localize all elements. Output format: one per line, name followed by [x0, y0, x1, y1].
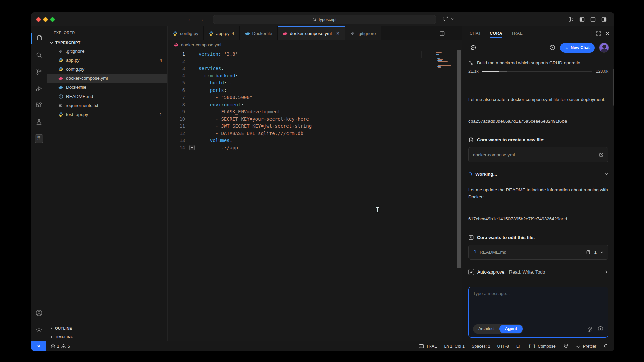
cursor-position[interactable]: Ln 1, Col 1 [444, 344, 465, 349]
chat-panel-tab-cora[interactable]: CORA [490, 26, 502, 40]
mode-architect[interactable]: Architect [474, 325, 499, 333]
mode-agent[interactable]: Agent [499, 325, 523, 333]
chevron-down-icon[interactable] [604, 172, 608, 176]
breadcrumb[interactable]: docker-compose.yml [168, 40, 462, 49]
python-file-icon [58, 112, 63, 117]
double-check-icon [576, 344, 581, 348]
chevron-right-icon [50, 327, 53, 330]
run-debug-icon[interactable] [31, 80, 47, 97]
chevron-right-icon[interactable] [604, 270, 608, 274]
file-row[interactable]: README.md [47, 92, 167, 101]
translate-plugin-icon[interactable]: K2LO [31, 130, 47, 147]
project-root-folder[interactable]: TYPESCRIPT [47, 39, 167, 47]
close-tab-icon[interactable]: ✕ [336, 31, 340, 36]
stop-icon[interactable] [597, 326, 604, 332]
chevron-down-icon[interactable] [451, 17, 454, 21]
file-row[interactable]: docker-compose.yml [47, 74, 167, 83]
chevron-down-icon[interactable] [600, 250, 604, 254]
created-file-card[interactable]: docker-compose.yml [468, 147, 608, 162]
working-status[interactable]: Working... [468, 172, 608, 177]
user-avatar[interactable] [599, 43, 609, 53]
search-icon [312, 17, 317, 22]
docker-extension-icon[interactable] [563, 344, 569, 349]
file-row[interactable]: app.py4 [47, 56, 167, 65]
timeline-section[interactable]: TIMELINE [47, 333, 167, 341]
file-row[interactable]: Dockerfile [47, 83, 167, 92]
indentation[interactable]: Spaces: 2 [472, 344, 490, 349]
outline-section[interactable]: OUTLINE [47, 324, 167, 333]
editor-tab[interactable]: .gitignore [345, 26, 381, 40]
mode-toggle[interactable]: Architect Agent [473, 324, 523, 334]
python-file-icon [209, 31, 214, 36]
back-icon[interactable]: ← [187, 16, 193, 23]
toggle-bottom-panel-icon[interactable] [590, 16, 596, 22]
editor-scrollbar[interactable] [457, 50, 461, 268]
docker-compose-file-icon [174, 42, 179, 47]
close-window-button[interactable] [36, 17, 41, 22]
auto-approve-checkbox[interactable] [468, 269, 474, 275]
chat-scrollbar[interactable] [613, 69, 614, 106]
forward-icon[interactable]: → [198, 16, 204, 23]
close-panel-icon[interactable] [605, 31, 610, 36]
editor-more-actions-icon[interactable]: ··· [450, 31, 457, 36]
toggle-right-panel-icon[interactable] [601, 16, 607, 22]
code-area[interactable]: 1version: '3.8'23services:4 crm-backend:… [168, 49, 462, 341]
explorer-icon[interactable] [31, 30, 47, 47]
code-line: 10 - SECRET_KEY=your-secret-key-here [168, 116, 462, 123]
chat-panel-tab-chat[interactable]: CHAT [470, 26, 481, 40]
command-search-input[interactable]: typescript [213, 15, 436, 24]
customize-layout-icon[interactable] [568, 16, 574, 22]
problems-indicator[interactable]: 1 5 [51, 344, 70, 349]
file-name: requirements.txt [66, 103, 162, 108]
app-badge[interactable]: TRAE [419, 344, 437, 349]
file-badge: 4 [160, 58, 162, 63]
explorer-sidebar: EXPLORER ··· TYPESCRIPT .gitignoreapp.py… [47, 26, 168, 341]
toggle-left-panel-icon[interactable] [579, 16, 585, 22]
encoding[interactable]: UTF-8 [497, 344, 509, 349]
settings-gear-icon[interactable] [31, 321, 47, 338]
file-row[interactable]: requirements.txt [47, 101, 167, 110]
language-mode[interactable]: { } Compose [528, 344, 556, 349]
expand-panel-icon[interactable] [596, 31, 601, 36]
search-sidebar-icon[interactable] [31, 47, 47, 63]
open-external-icon[interactable] [599, 152, 604, 157]
chat-panel-tab-trae[interactable]: TRAE [511, 26, 523, 40]
split-editor-icon[interactable] [439, 31, 445, 36]
inline-add-icon[interactable]: + [189, 145, 195, 150]
message-input[interactable] [473, 291, 604, 324]
chat-view-toggle[interactable] [469, 40, 478, 55]
file-row[interactable]: .gitignore [47, 47, 167, 56]
editor-tab[interactable]: docker-compose.yml✕ [278, 26, 345, 40]
file-row[interactable]: config.py [47, 65, 167, 74]
editor-tabbar: config.pyapp.py4Dockerfiledocker-compose… [168, 26, 462, 40]
source-control-icon[interactable] [31, 63, 47, 80]
auto-approve-row[interactable]: Auto-approve: Read, Write, Todo [468, 269, 608, 275]
testing-icon[interactable] [31, 114, 47, 130]
error-count: 1 [57, 344, 59, 349]
remote-indicator[interactable] [31, 341, 46, 351]
new-chat-sparkle-icon[interactable] [443, 16, 449, 22]
maximize-window-button[interactable] [50, 17, 55, 22]
minimize-window-button[interactable] [43, 17, 48, 22]
editor-tab[interactable]: app.py4 [204, 26, 240, 40]
edited-file-name: README.md [480, 250, 582, 255]
python-file-icon [173, 31, 178, 36]
spinner-icon [468, 172, 472, 176]
history-icon[interactable] [549, 45, 556, 51]
message-input-box[interactable]: Architect Agent [468, 287, 608, 338]
explorer-more-icon[interactable]: ··· [156, 30, 161, 35]
chevron-down-icon [50, 41, 53, 45]
edited-file-card[interactable]: README.md 1 [468, 245, 608, 260]
account-icon[interactable] [31, 305, 47, 321]
python-file-icon [58, 58, 63, 63]
extensions-icon[interactable] [31, 97, 47, 114]
eol-sequence[interactable]: LF [516, 344, 521, 349]
editor-tab[interactable]: config.py [168, 26, 204, 40]
new-chat-button[interactable]: + New Chat [560, 43, 595, 53]
task-card[interactable]: Build me a backend which supports CRUD o… [468, 60, 608, 79]
editor-tab[interactable]: Dockerfile [240, 26, 278, 40]
attach-paperclip-icon[interactable] [587, 326, 593, 332]
prettier-status[interactable]: Prettier [576, 344, 596, 349]
notifications-bell-icon[interactable] [603, 344, 608, 349]
file-row[interactable]: test_api.py1 [47, 110, 167, 119]
